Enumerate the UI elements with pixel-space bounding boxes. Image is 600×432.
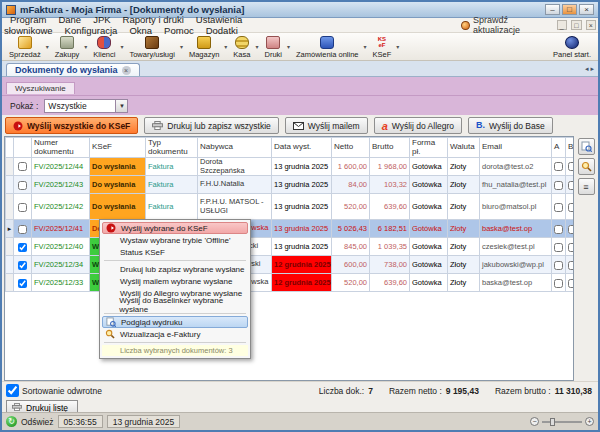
row-checkbox[interactable] (18, 261, 27, 270)
print-all-button[interactable]: Drukuj lub zapisz wszystkie (144, 117, 278, 134)
slider-thumb[interactable] (550, 418, 555, 426)
col-a-checkbox[interactable] (554, 203, 563, 212)
row-checkbox[interactable] (18, 225, 27, 234)
toolbar-ksef[interactable]: KS eFKSeF (368, 33, 397, 60)
toolbar-kasa[interactable]: Kasa (228, 33, 255, 60)
tab-dokumenty-do-wyslania[interactable]: Dokumenty do wysłania × (6, 63, 140, 76)
menu-item-wy-lij-mailem-wybrane-wys-ane[interactable]: Wyślij mailem wybrane wysłane (102, 275, 248, 287)
chevron-down-icon[interactable]: ▼ (115, 100, 127, 112)
column-header-waluta[interactable]: Waluta (448, 138, 480, 158)
send-mail-button[interactable]: Wyślij mailem (285, 117, 368, 134)
row-checkbox[interactable] (18, 203, 27, 212)
dropdown-arrow-icon[interactable]: ▾ (255, 43, 258, 50)
column-header-nabywca[interactable]: Nabywca (198, 138, 272, 158)
column-header-brutto[interactable]: Brutto (370, 138, 410, 158)
column-header-ksef[interactable]: KSeF (90, 138, 146, 158)
column-header-typ-dokumentu[interactable]: Typ dokumentu (146, 138, 198, 158)
toolbar-zam-wienia-online[interactable]: Zamówienia online (291, 33, 364, 60)
dropdown-arrow-icon[interactable]: ▾ (120, 43, 123, 50)
table-row[interactable]: ►FV/2025/12/41Do wysłaniaFakturaBarbara … (6, 220, 575, 238)
brutto-value: 1 039,35 (370, 238, 410, 256)
dropdown-arrow-icon[interactable]: ▾ (364, 43, 367, 50)
dropdown-arrow-icon[interactable]: ▾ (224, 43, 227, 50)
column-header-b[interactable]: B (566, 138, 575, 158)
col-a-checkbox[interactable] (554, 243, 563, 252)
menu-item-drukuj-lub-zapisz-wybrane-wys-ane[interactable]: Drukuj lub zapisz wybrane wysłane (102, 263, 248, 275)
check-updates-button[interactable]: Sprawdź aktualizacje (461, 15, 552, 35)
sales-icon (18, 36, 32, 49)
col-a-checkbox[interactable] (554, 279, 563, 288)
column-header-numer-dokumentu[interactable]: Numer dokumentu (32, 138, 90, 158)
row-checkbox[interactable] (18, 181, 27, 190)
table-row[interactable]: FV/2025/12/42Do wysłaniaFakturaF.P.H.U. … (6, 194, 575, 220)
ksef-icon: KS eF (375, 36, 389, 49)
send-allegro-button[interactable]: a Wyślij do Allegro (374, 117, 462, 134)
menu-item-status-ksef[interactable]: Status KSeF (102, 246, 248, 258)
currency: Złoty (448, 274, 480, 292)
column-header-0[interactable] (6, 138, 14, 158)
document-number: FV/2025/12/41 (32, 220, 90, 238)
mdi-restore-button[interactable]: □ (571, 20, 582, 30)
sort-reverse-checkbox[interactable]: Sortowanie odwrotne (6, 384, 102, 397)
row-checkbox[interactable] (18, 279, 27, 288)
column-header-1[interactable] (14, 138, 32, 158)
dropdown-arrow-icon[interactable]: ▾ (396, 43, 399, 50)
dropdown-arrow-icon[interactable]: ▾ (287, 43, 290, 50)
menu-item-podgl-d-wydruku[interactable]: Podgląd wydruku (102, 316, 248, 328)
restore-button[interactable]: □ (562, 4, 577, 15)
menu-item-wy-lij-do-baselinker-wybrane-wys-ane[interactable]: Wyślij do Baselinker wybrane wysłane (102, 299, 248, 311)
row-checkbox[interactable] (18, 162, 27, 171)
column-header-data-wyst[interactable]: Data wyst. (272, 138, 332, 158)
purchases-icon (60, 36, 74, 49)
refresh-label[interactable]: Odśwież (21, 417, 54, 427)
dropdown-arrow-icon[interactable]: ▾ (46, 43, 49, 50)
toolbar-druki[interactable]: Druki (259, 33, 287, 60)
table-row[interactable]: FV/2025/12/33WysłanaFakturaBarbara Wiśni… (6, 274, 575, 292)
zoom-in-icon[interactable]: + (585, 417, 594, 426)
print-preview-button[interactable] (578, 138, 595, 155)
dropdown-arrow-icon[interactable]: ▾ (180, 43, 183, 50)
document-number: FV/2025/12/34 (32, 256, 90, 274)
toolbar-towary-us-ugi[interactable]: Towary/usługi (124, 33, 179, 60)
toolbar-magazyn[interactable]: Magazyn (184, 33, 224, 60)
col-a-checkbox[interactable] (554, 162, 563, 171)
dropdown-arrow-icon[interactable]: ▾ (84, 43, 87, 50)
toolbar-panel-start[interactable]: Panel start. (548, 33, 596, 60)
visualization-button[interactable] (578, 158, 595, 175)
list-menu-button[interactable]: ≡ (578, 178, 595, 195)
row-checkbox[interactable] (18, 243, 27, 252)
table-row[interactable]: FV/2025/12/44Do wysłaniaFakturaDorota Sz… (6, 158, 575, 176)
send-all-ksef-button[interactable]: Wyślij wszystkie do KSeF (5, 117, 138, 134)
toolbar-sprzeda[interactable]: Sprzedaż (4, 33, 46, 60)
mdi-close-button[interactable]: × (586, 20, 597, 30)
filter-select[interactable]: Wszystkie ▼ (44, 99, 128, 113)
minimize-button[interactable]: – (545, 4, 560, 15)
netto-value: 84,00 (332, 176, 370, 194)
column-header-forma-p[interactable]: Forma pł. (410, 138, 448, 158)
column-header-netto[interactable]: Netto (332, 138, 370, 158)
menu-item-wizualizacja-e-faktury[interactable]: Wizualizacja e-Faktury (102, 328, 248, 340)
allegro-icon: a (382, 121, 388, 131)
refresh-icon[interactable]: ↻ (6, 416, 17, 427)
col-a-checkbox[interactable] (554, 225, 563, 234)
table-row[interactable]: FV/2025/12/43Do wysłaniaFakturaF.H.U.Nat… (6, 176, 575, 194)
table-row[interactable]: FV/2025/12/34WysłanaFakturaAdam Jakubows… (6, 256, 575, 274)
table-row[interactable]: FV/2025/12/40WysłanaFakturaCzesław Wysoc… (6, 238, 575, 256)
close-button[interactable]: × (579, 4, 594, 15)
menu-item-wy-lij-wybrane-do-ksef[interactable]: Wyślij wybrane do KSeF (102, 222, 248, 234)
toolbar-zakupy[interactable]: Zakupy (50, 33, 85, 60)
col-a-checkbox[interactable] (554, 261, 563, 270)
tab-wyszukiwanie[interactable]: Wyszukiwanie (6, 82, 75, 94)
col-a-checkbox[interactable] (554, 181, 563, 190)
tab-scroll-arrows[interactable]: ◂ ▸ (585, 65, 594, 73)
sort-reverse-input[interactable] (6, 384, 19, 397)
send-base-button[interactable]: B. Wyślij do Base (468, 117, 553, 134)
column-header-email[interactable]: Email (480, 138, 552, 158)
column-header-a[interactable]: A (552, 138, 566, 158)
mdi-minimize-button[interactable]: _ (557, 20, 568, 30)
tab-close-icon[interactable]: × (122, 66, 131, 75)
zoom-out-icon[interactable]: − (530, 417, 539, 426)
zoom-slider[interactable]: − + (530, 417, 594, 426)
toolbar-klienci[interactable]: Klienci (88, 33, 120, 60)
menu-item-wystaw-wybrane-trybie-offline[interactable]: Wystaw wybrane trybie 'Offline' (102, 234, 248, 246)
